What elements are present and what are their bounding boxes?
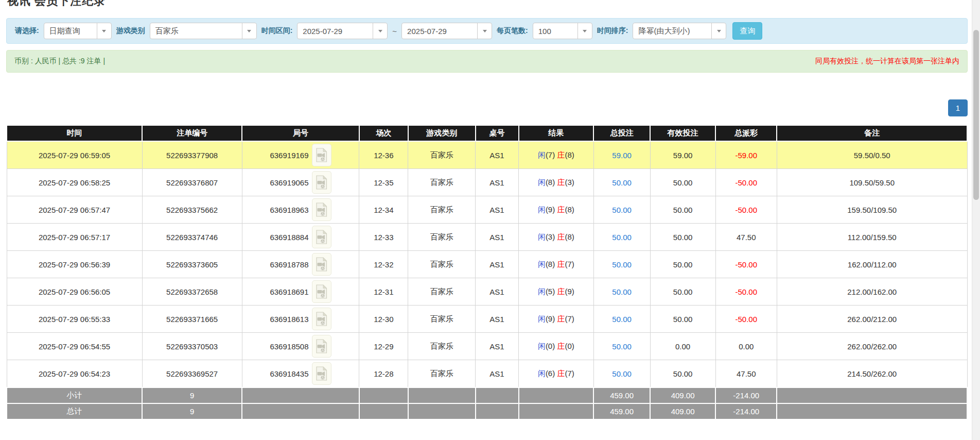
round-id-with-video: 636918884 — [244, 226, 357, 248]
total-bet-link[interactable]: 50.00 — [612, 206, 632, 214]
page-size-select[interactable]: 100 — [533, 23, 592, 39]
time-sort-select[interactable]: 降幂(由大到小) — [633, 23, 726, 39]
cell-round-id: 636918508 — [242, 333, 359, 360]
date-from-value: 2025-07-29 — [297, 23, 373, 39]
cell-time: 2025-07-29 06:56:39 — [7, 251, 142, 278]
cell-table-no: AS1 — [476, 169, 519, 196]
page-button-1[interactable]: 1 — [948, 99, 968, 116]
table-row: 2025-07-29 06:56:05522693372658636918691… — [7, 278, 967, 306]
cell-total-bet[interactable]: 50.00 — [593, 360, 650, 388]
video-replay-button[interactable] — [312, 280, 331, 303]
round-id-with-video: 636918508 — [244, 335, 357, 358]
chevron-down-icon[interactable] — [97, 23, 111, 39]
header-payout: 总派彩 — [715, 125, 777, 141]
video-record-icon — [316, 312, 327, 326]
cell-table-no: AS1 — [476, 278, 519, 306]
cell-table-no: AS1 — [476, 360, 519, 388]
chevron-down-icon[interactable] — [711, 23, 726, 39]
total-bet-link[interactable]: 50.00 — [612, 342, 632, 351]
round-id-with-video: 636918691 — [244, 280, 357, 303]
summary-empty — [359, 387, 408, 403]
result-score: (7) — [565, 314, 574, 323]
video-replay-button[interactable] — [312, 226, 331, 248]
pagination: 1 — [6, 99, 968, 116]
total-bet-link[interactable]: 50.00 — [612, 287, 632, 296]
result-score: (9) — [546, 314, 555, 323]
header-bet-id: 注单编号 — [142, 125, 242, 141]
header-result: 结果 — [519, 125, 594, 141]
video-replay-button[interactable] — [312, 144, 331, 166]
chevron-down-icon[interactable] — [373, 23, 387, 39]
cell-time: 2025-07-29 06:54:23 — [7, 360, 142, 388]
cell-total-bet[interactable]: 50.00 — [593, 278, 650, 306]
cell-result: 闲(6) 庄(7) — [519, 360, 594, 388]
currency-total-text: 币别 : 人民币 | 总共 :9 注单 | — [14, 57, 105, 66]
table-row: 2025-07-29 06:59:05522693377908636919169… — [7, 141, 967, 169]
round-id-with-video: 636919065 — [244, 171, 357, 194]
chevron-down-icon[interactable] — [577, 23, 592, 39]
player-result-label: 闲 — [538, 314, 546, 323]
cell-session: 12-28 — [359, 360, 408, 388]
player-result-label: 闲 — [538, 260, 546, 268]
video-replay-button[interactable] — [312, 308, 331, 330]
video-replay-button[interactable] — [312, 335, 331, 358]
total-bet-link[interactable]: 50.00 — [612, 260, 632, 269]
cell-total-bet[interactable]: 50.00 — [593, 251, 650, 278]
chevron-down-icon[interactable] — [242, 23, 256, 39]
cell-total-bet[interactable]: 50.00 — [593, 196, 650, 224]
cell-payout: -50.00 — [715, 306, 777, 333]
game-type-value: 百家乐 — [150, 23, 242, 39]
time-sort-value: 降幂(由大到小) — [633, 23, 711, 39]
total-bet-link[interactable]: 50.00 — [612, 315, 632, 324]
cell-valid-bet: 50.00 — [650, 360, 715, 388]
total-bet-link[interactable]: 50.00 — [612, 233, 632, 242]
summary-empty — [359, 403, 408, 419]
total-bet-link[interactable]: 50.00 — [612, 369, 632, 378]
summary-count: 9 — [142, 387, 242, 403]
cell-total-bet[interactable]: 50.00 — [593, 333, 650, 360]
subtotal-row: 小计9459.00409.00-214.00 — [7, 387, 967, 403]
vertical-scrollbar-thumb[interactable] — [973, 30, 979, 200]
cell-round-id: 636918963 — [242, 196, 359, 224]
result-score: (3) — [565, 178, 574, 187]
page-size-label: 每页笔数: — [497, 26, 528, 36]
result-score: (9) — [546, 205, 555, 214]
video-replay-button[interactable] — [312, 171, 331, 194]
video-replay-button[interactable] — [312, 253, 331, 276]
cell-remark: 212.00/162.00 — [777, 278, 967, 306]
cell-total-bet[interactable]: 59.00 — [593, 141, 650, 169]
vertical-scrollbar-track[interactable] — [972, 0, 980, 440]
header-valid-bet: 有效投注 — [650, 125, 715, 141]
cell-game-type: 百家乐 — [408, 141, 476, 169]
banker-result-label: 庄 — [557, 178, 565, 187]
video-replay-button[interactable] — [312, 198, 331, 221]
cell-valid-bet: 50.00 — [650, 251, 715, 278]
cell-payout: 47.50 — [715, 360, 777, 388]
cell-result: 闲(9) 庄(8) — [519, 196, 594, 224]
banker-result-label: 庄 — [557, 369, 565, 378]
cell-bet-id: 522693373605 — [142, 251, 242, 278]
cell-total-bet[interactable]: 50.00 — [593, 224, 650, 251]
cell-bet-id: 522693376807 — [142, 169, 242, 196]
chevron-down-icon[interactable] — [477, 23, 492, 39]
video-record-icon — [316, 175, 327, 190]
video-replay-button[interactable] — [312, 362, 331, 385]
time-range-label: 时间区间: — [261, 26, 293, 36]
search-button[interactable]: 查询 — [732, 22, 762, 40]
table-row: 2025-07-29 06:55:33522693371665636918613… — [7, 306, 967, 333]
cell-total-bet[interactable]: 50.00 — [593, 306, 650, 333]
cell-bet-id: 522693371665 — [142, 306, 242, 333]
game-type-select[interactable]: 百家乐 — [150, 23, 257, 39]
summary-empty — [242, 387, 359, 403]
cell-total-bet[interactable]: 50.00 — [593, 169, 650, 196]
result-score: (8) — [565, 232, 574, 241]
date-to-select[interactable]: 2025-07-29 — [401, 23, 492, 39]
cell-remark: 109.50/59.50 — [777, 169, 967, 196]
round-id-value: 636918884 — [270, 233, 308, 242]
total-bet-link[interactable]: 59.00 — [612, 151, 632, 160]
player-result-label: 闲 — [538, 287, 546, 296]
table-row: 2025-07-29 06:57:47522693375662636918963… — [7, 196, 967, 224]
total-bet-link[interactable]: 50.00 — [612, 178, 632, 187]
query-type-select[interactable]: 日期查询 — [44, 23, 112, 39]
date-from-select[interactable]: 2025-07-29 — [297, 23, 388, 39]
